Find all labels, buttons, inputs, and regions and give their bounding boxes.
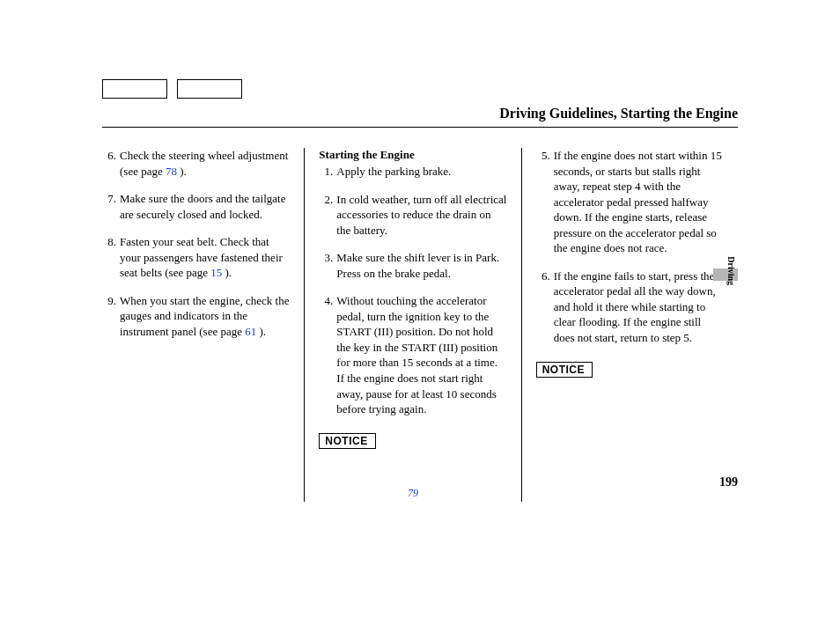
list-item: 5. If the engine does not start within 1…	[536, 148, 724, 256]
col3-list: 5. If the engine does not start within 1…	[536, 148, 724, 346]
item-text: Without touching the accelerator pedal, …	[336, 293, 506, 416]
item-number: 6.	[102, 148, 116, 179]
column-1: 6. Check the steering wheel adjustment (…	[102, 148, 304, 502]
notice-box: NOTICE	[319, 433, 375, 449]
page-title: Driving Guidelines, Starting the Engine	[499, 106, 738, 121]
page-link[interactable]: 61	[245, 325, 256, 338]
item-text: Check the steering wheel adjustment (see…	[120, 148, 290, 179]
title-rule	[102, 127, 738, 128]
col2-list: 1. Apply the parking brake. 2. In cold w…	[319, 164, 506, 417]
page-number: 199	[719, 475, 738, 489]
column-3: 5. If the engine does not start within 1…	[521, 148, 738, 502]
item-text: When you start the engine, check the gau…	[120, 293, 290, 340]
page-link[interactable]: 78	[166, 165, 177, 178]
item-number: 5.	[536, 148, 550, 256]
item-number: 9.	[102, 293, 116, 340]
section-heading: Starting the Engine	[319, 148, 506, 162]
list-item: 3. Make sure the shift lever is in Park.…	[319, 250, 506, 281]
item-number: 3.	[319, 250, 333, 281]
item-number: 6.	[536, 268, 550, 346]
item-number: 2.	[319, 192, 333, 239]
item-text: If the engine fails to start, press the …	[554, 268, 724, 346]
item-number: 7.	[102, 191, 116, 222]
notice-box: NOTICE	[536, 362, 593, 378]
top-box-row	[102, 79, 249, 99]
list-item: 6. If the engine fails to start, press t…	[536, 268, 724, 346]
item-text: In cold weather, turn off all electrical…	[336, 192, 506, 239]
item-text: Make sure the doors and the tailgate are…	[120, 191, 290, 222]
footer-page-link[interactable]: 79	[305, 487, 520, 500]
column-2: Starting the Engine 1. Apply the parking…	[304, 148, 520, 502]
section-tab-label: Driving	[726, 256, 736, 285]
list-item: 8. Fasten your seat belt. Check that you…	[102, 234, 290, 281]
item-text: Fasten your seat belt. Check that your p…	[120, 234, 290, 281]
item-number: 8.	[102, 234, 116, 281]
item-text: Apply the parking brake.	[336, 164, 506, 180]
manual-page: Driving Guidelines, Starting the Engine …	[0, 0, 840, 625]
list-item: 4. Without touching the accelerator peda…	[319, 293, 506, 416]
list-item: 1. Apply the parking brake.	[319, 164, 506, 180]
header-box-2	[177, 79, 242, 99]
header-box-1	[102, 79, 167, 99]
list-item: 6. Check the steering wheel adjustment (…	[102, 148, 290, 179]
item-number: 4.	[319, 293, 333, 416]
item-text: Make sure the shift lever is in Park. Pr…	[336, 250, 506, 281]
col1-list: 6. Check the steering wheel adjustment (…	[102, 148, 290, 339]
list-item: 2. In cold weather, turn off all electri…	[319, 192, 506, 239]
content-columns: 6. Check the steering wheel adjustment (…	[102, 148, 738, 502]
list-item: 9. When you start the engine, check the …	[102, 293, 290, 340]
list-item: 7. Make sure the doors and the tailgate …	[102, 191, 290, 222]
page-link[interactable]: 15	[210, 266, 222, 279]
item-text: If the engine does not start within 15 s…	[554, 148, 724, 256]
item-number: 1.	[319, 164, 333, 180]
